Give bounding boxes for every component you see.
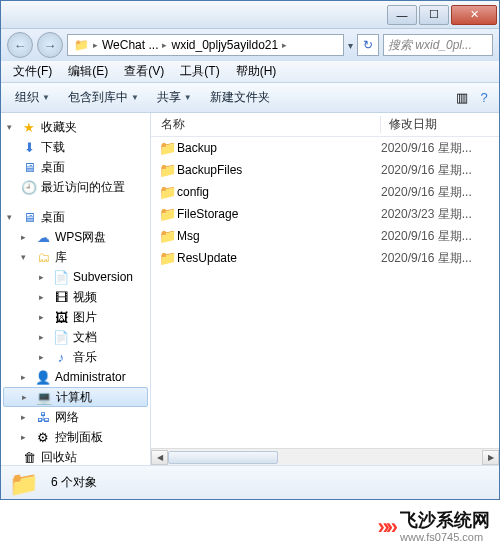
- column-name[interactable]: 名称: [151, 116, 381, 133]
- tree-music[interactable]: ▸♪音乐: [1, 347, 150, 367]
- views-button[interactable]: ▥: [453, 89, 471, 107]
- expand-icon[interactable]: ▸: [21, 412, 31, 422]
- controlpanel-icon: ⚙: [35, 429, 51, 445]
- breadcrumb[interactable]: 📁 ▸ WeChat ... ▸ wxid_0pljy5ayildo21 ▸: [67, 34, 344, 56]
- recycle-icon: 🗑: [21, 449, 37, 465]
- tree-desktop[interactable]: 🖥桌面: [1, 157, 150, 177]
- download-icon: ⬇: [21, 139, 37, 155]
- file-row[interactable]: 📁config2020/9/16 星期...: [151, 181, 499, 203]
- tree-documents[interactable]: ▸📄文档: [1, 327, 150, 347]
- recent-icon: 🕘: [21, 179, 37, 195]
- tree-subversion[interactable]: ▸📄Subversion: [1, 267, 150, 287]
- menu-file[interactable]: 文件(F): [5, 61, 60, 82]
- include-library-button[interactable]: 包含到库中▼: [60, 86, 147, 109]
- watermark: »» 飞沙系统网 www.fs0745.com: [0, 500, 500, 554]
- search-input[interactable]: 搜索 wxid_0pl...: [383, 34, 493, 56]
- path-segment[interactable]: WeChat ...: [98, 38, 162, 52]
- file-name: FileStorage: [177, 207, 381, 221]
- scroll-right-button[interactable]: ▶: [482, 450, 499, 465]
- file-list: 📁Backup2020/9/16 星期...📁BackupFiles2020/9…: [151, 137, 499, 448]
- forward-button[interactable]: →: [37, 32, 63, 58]
- scroll-left-button[interactable]: ◀: [151, 450, 168, 465]
- folder-icon: 📁: [74, 38, 89, 52]
- file-row[interactable]: 📁Msg2020/9/16 星期...: [151, 225, 499, 247]
- menu-edit[interactable]: 编辑(E): [60, 61, 116, 82]
- explorer-window: — ☐ ✕ ← → 📁 ▸ WeChat ... ▸ wxid_0pljy5ay…: [0, 0, 500, 500]
- status-text: 6 个对象: [51, 474, 97, 491]
- expand-icon[interactable]: ▸: [21, 232, 31, 242]
- network-icon: 🖧: [35, 409, 51, 425]
- address-bar: ← → 📁 ▸ WeChat ... ▸ wxid_0pljy5ayildo21…: [1, 29, 499, 61]
- watermark-title: 飞沙系统网: [400, 511, 490, 531]
- tree-recycle[interactable]: 🗑回收站: [1, 447, 150, 465]
- file-row[interactable]: 📁ResUpdate2020/9/16 星期...: [151, 247, 499, 269]
- path-segment-current[interactable]: wxid_0pljy5ayildo21: [167, 38, 282, 52]
- menu-tools[interactable]: 工具(T): [172, 61, 227, 82]
- file-date: 2020/9/16 星期...: [381, 140, 472, 157]
- tree-network[interactable]: ▸🖧网络: [1, 407, 150, 427]
- statusbar: 📁 6 个对象: [1, 465, 499, 499]
- folder-icon: 📁: [9, 470, 41, 496]
- chevron-down-icon: ▼: [131, 93, 139, 102]
- file-date: 2020/3/23 星期...: [381, 206, 472, 223]
- tree-downloads[interactable]: ⬇下载: [1, 137, 150, 157]
- help-button[interactable]: ?: [475, 89, 493, 107]
- folder-icon: 📁: [159, 184, 177, 200]
- scroll-thumb[interactable]: [168, 451, 278, 464]
- tree-desktop-root[interactable]: ▾🖥桌面: [1, 207, 150, 227]
- expand-icon[interactable]: ▸: [39, 352, 49, 362]
- history-dropdown[interactable]: ▾: [348, 40, 353, 51]
- expand-icon[interactable]: ▸: [39, 332, 49, 342]
- expand-icon[interactable]: ▸: [21, 432, 31, 442]
- scroll-track[interactable]: [168, 451, 482, 464]
- watermark-url: www.fs0745.com: [400, 531, 490, 543]
- collapse-icon[interactable]: ▾: [7, 122, 17, 132]
- expand-icon[interactable]: ▸: [21, 372, 31, 382]
- tree-video[interactable]: ▸🎞视频: [1, 287, 150, 307]
- tree-wps[interactable]: ▸☁WPS网盘: [1, 227, 150, 247]
- collapse-icon[interactable]: ▾: [7, 212, 17, 222]
- menu-help[interactable]: 帮助(H): [228, 61, 285, 82]
- tree-library[interactable]: ▾🗂库: [1, 247, 150, 267]
- new-folder-button[interactable]: 新建文件夹: [202, 86, 278, 109]
- tree-admin[interactable]: ▸👤Administrator: [1, 367, 150, 387]
- file-date: 2020/9/16 星期...: [381, 162, 472, 179]
- body: ▾★收藏夹 ⬇下载 🖥桌面 🕘最近访问的位置 ▾🖥桌面 ▸☁WPS网盘 ▾🗂库 …: [1, 113, 499, 465]
- menu-view[interactable]: 查看(V): [116, 61, 172, 82]
- file-row[interactable]: 📁Backup2020/9/16 星期...: [151, 137, 499, 159]
- organize-button[interactable]: 组织▼: [7, 86, 58, 109]
- column-date[interactable]: 修改日期: [381, 116, 499, 133]
- folder-icon: 📁: [159, 228, 177, 244]
- star-icon: ★: [21, 119, 37, 135]
- library-icon: 🗂: [35, 249, 51, 265]
- maximize-button[interactable]: ☐: [419, 5, 449, 25]
- tree-computer[interactable]: ▸💻计算机: [3, 387, 148, 407]
- expand-icon[interactable]: ▸: [39, 312, 49, 322]
- file-row[interactable]: 📁FileStorage2020/3/23 星期...: [151, 203, 499, 225]
- file-name: config: [177, 185, 381, 199]
- horizontal-scrollbar[interactable]: ◀ ▶: [151, 448, 499, 465]
- share-button[interactable]: 共享▼: [149, 86, 200, 109]
- desktop-icon: 🖥: [21, 209, 37, 225]
- file-name: Msg: [177, 229, 381, 243]
- tree-favorites[interactable]: ▾★收藏夹: [1, 117, 150, 137]
- tree-pictures[interactable]: ▸🖼图片: [1, 307, 150, 327]
- close-button[interactable]: ✕: [451, 5, 497, 25]
- tree-controlpanel[interactable]: ▸⚙控制面板: [1, 427, 150, 447]
- back-button[interactable]: ←: [7, 32, 33, 58]
- file-date: 2020/9/16 星期...: [381, 250, 472, 267]
- desktop-icon: 🖥: [21, 159, 37, 175]
- minimize-button[interactable]: —: [387, 5, 417, 25]
- expand-icon[interactable]: ▸: [22, 392, 32, 402]
- folder-icon: 📁: [159, 250, 177, 266]
- file-row[interactable]: 📁BackupFiles2020/9/16 星期...: [151, 159, 499, 181]
- music-icon: ♪: [53, 349, 69, 365]
- tree-recent[interactable]: 🕘最近访问的位置: [1, 177, 150, 197]
- refresh-button[interactable]: ↻: [357, 34, 379, 56]
- expand-icon[interactable]: ▸: [39, 292, 49, 302]
- expand-icon[interactable]: ▸: [39, 272, 49, 282]
- cloud-icon: ☁: [35, 229, 51, 245]
- folder-icon: 📁: [159, 140, 177, 156]
- collapse-icon[interactable]: ▾: [21, 252, 31, 262]
- video-icon: 🎞: [53, 289, 69, 305]
